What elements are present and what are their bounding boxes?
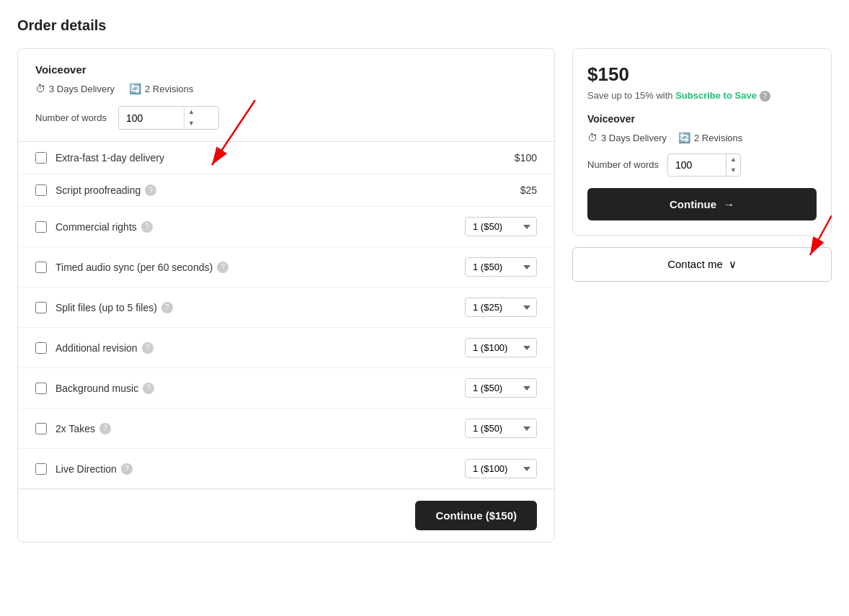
left-panel: Voiceover ⏱ 3 Days Delivery 🔄 2 Revision…: [17, 48, 555, 543]
addon-help-icon-timed-audio[interactable]: ?: [217, 262, 228, 273]
addon-checkbox-split-files[interactable]: [35, 302, 47, 313]
addon-label-timed-audio: Timed audio sync (per 60 seconds): [55, 262, 213, 273]
addon-select-wrap-background-music: 1 ($50): [465, 378, 537, 398]
order-clock-icon: ⏱: [587, 132, 597, 143]
order-meta: ⏱ 3 Days Delivery 🔄 2 Revisions: [587, 132, 817, 143]
addon-help-icon-split-files[interactable]: ?: [161, 302, 173, 313]
service-header: Voiceover ⏱ 3 Days Delivery 🔄 2 Revision…: [18, 49, 554, 142]
addon-select-wrap-additional-revision: 1 ($100): [465, 338, 537, 357]
clock-icon: ⏱: [35, 83, 45, 94]
addon-select-wrap-2x-takes: 1 ($50): [465, 419, 537, 438]
subscribe-help-icon[interactable]: ?: [760, 91, 770, 102]
addon-price-extra-fast: $100: [515, 152, 537, 164]
addon-help-icon-live-direction[interactable]: ?: [121, 463, 133, 475]
revisions-label: 2 Revisions: [145, 84, 193, 94]
subscribe-text: Save up to 15% with: [587, 90, 673, 101]
addon-select-commercial-rights[interactable]: 1 ($50): [465, 217, 537, 236]
service-meta: ⏱ 3 Days Delivery 🔄 2 Revisions: [35, 83, 537, 94]
service-title: Voiceover: [35, 63, 537, 76]
order-words-increment[interactable]: ▲: [726, 154, 740, 165]
revisions-meta: 🔄 2 Revisions: [129, 83, 193, 94]
order-card: $150 Save up to 15% with Subscribe to Sa…: [572, 48, 832, 236]
addon-select-background-music[interactable]: 1 ($50): [465, 378, 537, 398]
words-increment[interactable]: ▲: [185, 107, 198, 118]
order-refresh-icon: 🔄: [678, 132, 690, 143]
addon-select-wrap-split-files: 1 ($25): [465, 298, 537, 317]
contact-me-label: Contact me: [667, 258, 723, 270]
addon-help-icon-commercial-rights[interactable]: ?: [141, 221, 153, 233]
addon-label-additional-revision: Additional revision: [55, 342, 138, 354]
order-delivery-meta: ⏱ 3 Days Delivery: [587, 132, 667, 143]
order-revisions-label: 2 Revisions: [694, 133, 742, 143]
addon-list: Extra-fast 1-day delivery$100Script proo…: [18, 142, 554, 488]
addon-label-background-music: Background music: [55, 383, 138, 394]
addon-help-icon-background-music[interactable]: ?: [143, 383, 154, 394]
words-label: Number of words: [35, 112, 107, 123]
delivery-label: 3 Days Delivery: [49, 84, 115, 94]
contact-me-button[interactable]: Contact me ∨: [572, 247, 832, 282]
addon-label-split-files: Split files (up to 5 files): [55, 302, 157, 313]
addon-label-wrap-additional-revision: Additional revision?: [55, 342, 465, 354]
right-panel: $150 Save up to 15% with Subscribe to Sa…: [572, 48, 832, 282]
addon-label-2x-takes: 2x Takes: [55, 423, 95, 434]
addon-label-live-direction: Live Direction: [55, 463, 117, 475]
addon-row-timed-audio: Timed audio sync (per 60 seconds)?1 ($50…: [18, 247, 554, 287]
addon-select-2x-takes[interactable]: 1 ($50): [465, 419, 537, 438]
addon-row-2x-takes: 2x Takes?1 ($50): [18, 409, 554, 449]
addon-label-wrap-extra-fast: Extra-fast 1-day delivery: [55, 152, 515, 164]
addon-help-icon-additional-revision[interactable]: ?: [142, 342, 154, 354]
addon-label-wrap-live-direction: Live Direction?: [55, 463, 465, 475]
addon-select-wrap-commercial-rights: 1 ($50): [465, 217, 537, 236]
continue-card-button[interactable]: Continue →: [587, 188, 817, 220]
words-stepper: ▲ ▼: [184, 107, 198, 129]
words-row: Number of words ▲ ▼: [35, 106, 537, 130]
addon-select-timed-audio[interactable]: 1 ($50): [465, 257, 537, 277]
addon-checkbox-commercial-rights[interactable]: [35, 221, 47, 233]
addon-label-wrap-2x-takes: 2x Takes?: [55, 423, 465, 434]
order-words-label: Number of words: [587, 159, 659, 170]
addon-checkbox-script-proofreading[interactable]: [35, 184, 47, 196]
addon-row-script-proofreading: Script proofreading?$25: [18, 174, 554, 207]
addon-checkbox-additional-revision[interactable]: [35, 342, 47, 354]
order-words-decrement[interactable]: ▼: [726, 165, 740, 176]
addon-row-live-direction: Live Direction?1 ($100): [18, 449, 554, 488]
continue-card-label: Continue: [670, 198, 716, 210]
addon-row-extra-fast: Extra-fast 1-day delivery$100: [18, 142, 554, 174]
addon-label-wrap-split-files: Split files (up to 5 files)?: [55, 302, 465, 313]
addon-label-extra-fast: Extra-fast 1-day delivery: [55, 152, 164, 164]
addon-row-additional-revision: Additional revision?1 ($100): [18, 328, 554, 368]
order-words-input-wrap: ▲ ▼: [667, 153, 741, 177]
addon-label-wrap-background-music: Background music?: [55, 383, 465, 394]
addon-select-wrap-timed-audio: 1 ($50): [465, 257, 537, 277]
page-title: Order details: [17, 17, 832, 34]
addon-label-wrap-commercial-rights: Commercial rights?: [55, 221, 465, 233]
order-service-title: Voiceover: [587, 113, 817, 125]
addon-checkbox-live-direction[interactable]: [35, 463, 47, 475]
addon-select-additional-revision[interactable]: 1 ($100): [465, 338, 537, 357]
addon-help-icon-script-proofreading[interactable]: ?: [145, 184, 156, 196]
words-input-wrapper: ▲ ▼: [118, 106, 219, 130]
addon-checkbox-2x-takes[interactable]: [35, 423, 47, 434]
subscribe-link[interactable]: Subscribe to Save: [675, 90, 757, 101]
addon-checkbox-extra-fast[interactable]: [35, 152, 47, 164]
refresh-icon: 🔄: [129, 83, 141, 94]
words-input[interactable]: [119, 108, 184, 128]
addon-label-commercial-rights: Commercial rights: [55, 221, 137, 233]
subscribe-row: Save up to 15% with Subscribe to Save ?: [587, 90, 817, 102]
bottom-bar: Continue ($150): [18, 488, 554, 542]
delivery-meta: ⏱ 3 Days Delivery: [35, 83, 115, 94]
order-delivery-label: 3 Days Delivery: [601, 133, 667, 143]
order-words-input[interactable]: [668, 155, 726, 175]
order-words-row: Number of words ▲ ▼: [587, 153, 817, 177]
addon-label-script-proofreading: Script proofreading: [55, 184, 141, 196]
addon-row-split-files: Split files (up to 5 files)?1 ($25): [18, 287, 554, 328]
continue-main-button[interactable]: Continue ($150): [415, 501, 537, 530]
words-decrement[interactable]: ▼: [185, 118, 198, 130]
addon-select-live-direction[interactable]: 1 ($100): [465, 459, 537, 478]
addon-checkbox-background-music[interactable]: [35, 383, 47, 394]
addon-select-split-files[interactable]: 1 ($25): [465, 298, 537, 317]
order-revisions-meta: 🔄 2 Revisions: [678, 132, 742, 143]
addon-checkbox-timed-audio[interactable]: [35, 262, 47, 273]
addon-help-icon-2x-takes[interactable]: ?: [99, 423, 111, 434]
addon-label-wrap-timed-audio: Timed audio sync (per 60 seconds)?: [55, 262, 465, 273]
